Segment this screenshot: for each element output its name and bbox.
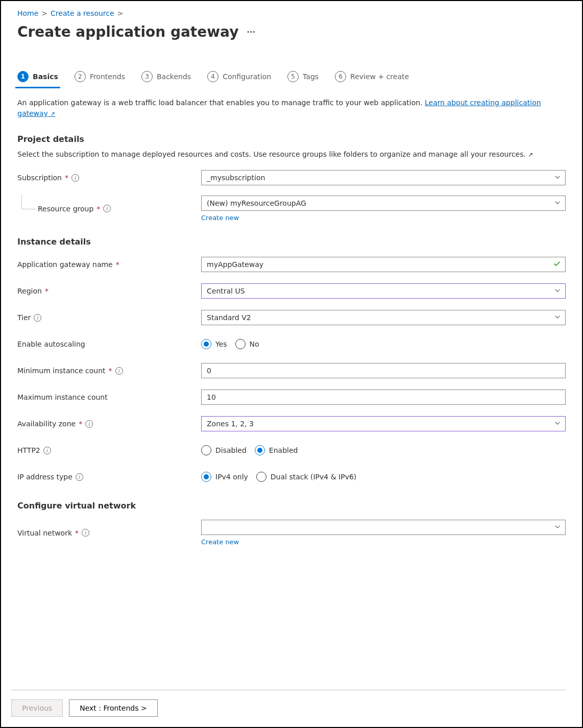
create-new-vnet-link[interactable]: Create new — [201, 538, 239, 546]
label-max-instance: Maximum instance count — [17, 393, 108, 401]
page-title: Create application gateway — [17, 23, 238, 40]
tab-number: 5 — [287, 71, 299, 82]
tier-select[interactable]: Standard V2 — [201, 310, 566, 325]
chevron-down-icon — [554, 287, 561, 296]
info-icon[interactable]: i — [71, 174, 79, 182]
tab-label: Backends — [157, 72, 191, 81]
tab-number: 6 — [335, 71, 346, 82]
required-icon: * — [65, 174, 68, 182]
tab-review-create[interactable]: 6 Review + create — [335, 69, 409, 87]
previous-button: Previous — [11, 699, 63, 717]
tab-number: 3 — [141, 71, 153, 82]
section-title-project: Project details — [17, 134, 566, 144]
label-resource-group: Resource group — [38, 205, 93, 213]
tab-number: 4 — [207, 71, 218, 82]
label-autoscaling: Enable autoscaling — [17, 340, 85, 348]
chevron-down-icon — [554, 199, 561, 208]
autoscaling-yes-radio[interactable]: Yes — [201, 339, 227, 349]
radio-label: Disabled — [215, 446, 247, 454]
radio-label: Dual stack (IPv4 & IPv6) — [271, 473, 356, 481]
project-sub-text: Select the subscription to manage deploy… — [17, 150, 526, 158]
resource-group-select[interactable]: (New) myResourceGroupAG — [201, 196, 566, 211]
region-select[interactable]: Central US — [201, 283, 566, 299]
label-http2: HTTP2 — [17, 446, 40, 454]
virtual-network-select[interactable] — [201, 520, 566, 535]
breadcrumb-home[interactable]: Home — [17, 9, 38, 17]
info-icon[interactable]: i — [43, 447, 51, 454]
breadcrumb: Home > Create a resource > — [17, 9, 566, 17]
tab-label: Frontends — [90, 72, 125, 81]
section-subtitle-project: Select the subscription to manage deploy… — [17, 149, 566, 160]
chevron-down-icon — [554, 523, 561, 532]
required-icon: * — [45, 287, 48, 295]
subscription-select[interactable]: _mysubscription — [201, 170, 566, 185]
label-availability-zone: Availability zone — [17, 420, 76, 428]
radio-label: IPv4 only — [215, 473, 248, 481]
info-icon[interactable]: i — [82, 529, 89, 537]
http2-disabled-radio[interactable]: Disabled — [201, 445, 247, 455]
appgw-name-input[interactable] — [201, 257, 566, 272]
tab-label: Tags — [303, 72, 319, 81]
autoscaling-no-radio[interactable]: No — [235, 339, 259, 349]
tab-label: Basics — [33, 72, 58, 81]
label-tier: Tier — [17, 313, 31, 322]
section-title-vnet: Configure virtual network — [17, 501, 566, 511]
required-icon: * — [75, 529, 79, 537]
info-icon[interactable]: i — [115, 367, 123, 375]
tab-tags[interactable]: 5 Tags — [287, 69, 319, 87]
ipv4-only-radio[interactable]: IPv4 only — [201, 472, 248, 482]
breadcrumb-create-resource[interactable]: Create a resource — [51, 9, 114, 17]
tab-backends[interactable]: 3 Backends — [141, 69, 191, 87]
resource-group-value: (New) myResourceGroupAG — [207, 199, 306, 207]
tab-basics[interactable]: 1 Basics — [17, 69, 58, 87]
intro-body: An application gateway is a web traffic … — [17, 99, 425, 107]
availability-zone-select[interactable]: Zones 1, 2, 3 — [201, 416, 566, 431]
region-value: Central US — [207, 287, 245, 295]
tab-frontends[interactable]: 2 Frontends — [75, 69, 125, 87]
info-icon[interactable]: i — [103, 205, 111, 212]
breadcrumb-separator: > — [117, 9, 124, 17]
label-appgw-name: Application gateway name — [17, 260, 113, 269]
required-icon: * — [109, 367, 112, 375]
info-icon[interactable]: i — [85, 420, 93, 428]
label-min-instance: Minimum instance count — [17, 367, 106, 375]
breadcrumb-separator: > — [41, 9, 47, 17]
info-icon[interactable]: i — [76, 473, 83, 481]
required-icon: * — [96, 205, 100, 213]
availability-zone-value: Zones 1, 2, 3 — [207, 420, 254, 428]
required-icon: * — [116, 260, 119, 269]
create-new-resource-group-link[interactable]: Create new — [201, 214, 239, 222]
radio-label: Yes — [215, 340, 227, 348]
required-icon: * — [79, 420, 82, 428]
subscription-value: _mysubscription — [207, 174, 265, 182]
wizard-footer: Previous Next : Frontends > — [11, 690, 566, 717]
next-button[interactable]: Next : Frontends > — [69, 699, 158, 717]
http2-enabled-radio[interactable]: Enabled — [255, 445, 298, 455]
min-instance-input[interactable] — [201, 363, 566, 378]
intro-text: An application gateway is a web traffic … — [17, 98, 566, 119]
label-virtual-network: Virtual network — [17, 529, 72, 537]
max-instance-input[interactable] — [201, 390, 566, 405]
tier-value: Standard V2 — [207, 313, 251, 322]
tab-configuration[interactable]: 4 Configuration — [207, 69, 271, 87]
tab-label: Configuration — [223, 72, 271, 81]
tab-number: 2 — [75, 71, 86, 82]
label-ip-type: IP address type — [17, 473, 72, 481]
external-link-icon: ↗ — [50, 110, 55, 117]
dual-stack-radio[interactable]: Dual stack (IPv4 & IPv6) — [256, 472, 356, 482]
label-subscription: Subscription — [17, 174, 62, 182]
radio-label: Enabled — [269, 446, 298, 454]
label-region: Region — [17, 287, 42, 295]
chevron-down-icon — [554, 313, 561, 322]
radio-label: No — [250, 340, 259, 348]
more-actions-icon[interactable]: ⋯ — [247, 27, 256, 37]
external-link-icon: ↗ — [528, 151, 533, 158]
info-icon[interactable]: i — [34, 314, 41, 322]
section-title-instance: Instance details — [17, 237, 566, 247]
tab-number: 1 — [17, 71, 29, 82]
wizard-tabs: 1 Basics 2 Frontends 3 Backends 4 Config… — [17, 69, 566, 87]
chevron-down-icon — [554, 420, 561, 428]
valid-check-icon — [552, 259, 562, 270]
chevron-down-icon — [554, 174, 561, 182]
tab-label: Review + create — [350, 72, 409, 81]
